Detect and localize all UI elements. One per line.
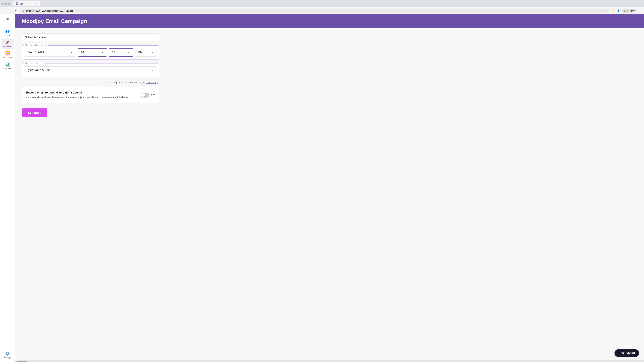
timezone-hint: You can change your local time zone in y… xyxy=(22,81,159,84)
tab-close-button[interactable]: ✕ xyxy=(35,2,38,5)
date-time-container: Choose a date and time Dec 13, 2023 ▼ 04… xyxy=(22,45,159,59)
resend-text: Resend email to people who don't open it… xyxy=(26,91,138,99)
user-settings-link[interactable]: user settings xyxy=(146,81,158,84)
sidebar-item-label-campaigns: Campaigns xyxy=(2,45,12,47)
schedule-button[interactable]: Schedule xyxy=(22,108,47,117)
sidebar-item-people[interactable]: 👥 People xyxy=(1,27,14,38)
app-container: 👥 People 📣 Campaigns 🔀 Workflows 📊 Analy… xyxy=(0,14,644,362)
window-maximize[interactable] xyxy=(8,3,10,5)
sidebar-item-settings[interactable]: ⚙️ Settings xyxy=(1,350,14,360)
date-value: Dec 13, 2023 xyxy=(28,51,70,54)
page-title: Moodjoy Email Campaign xyxy=(22,18,87,24)
toggle-container[interactable]: OFF xyxy=(141,93,155,97)
browser-tab-drip[interactable]: Drip ✕ xyxy=(13,1,40,6)
timezone-hint-text: You can change your local time zone in y… xyxy=(102,81,145,84)
settings-icon: ⚙️ xyxy=(5,352,10,356)
lock-icon: 🔒 xyxy=(22,9,25,12)
content-area: Moodjoy Email Campaign Schedule for late… xyxy=(15,14,644,362)
sidebar-item-label-workflows: Workflows xyxy=(3,56,12,58)
window-minimize[interactable] xyxy=(5,3,7,5)
toggle-track[interactable] xyxy=(141,93,150,97)
timezone-hint-suffix: . xyxy=(159,81,159,84)
workflows-icon: 🔀 xyxy=(5,51,10,56)
sidebar-item-analytics[interactable]: 📊 Analytics xyxy=(1,61,14,71)
browser-titlebar: Drip ✕ + xyxy=(0,0,644,7)
schedule-dropdown-value: Schedule for later xyxy=(25,36,154,39)
tab-bar: Drip ✕ + xyxy=(12,1,47,6)
incognito-icon: 🕵️ xyxy=(624,9,626,12)
menu-button[interactable]: ⋮ xyxy=(638,8,642,13)
forward-button[interactable]: → xyxy=(8,8,12,13)
sidebar-item-label-people: People xyxy=(4,34,10,36)
analytics-icon: 📊 xyxy=(5,62,10,67)
minute-field[interactable]: 51 ▼ xyxy=(109,48,133,57)
page-header: Moodjoy Email Campaign xyxy=(15,14,644,28)
hour-value: 04 xyxy=(81,51,101,54)
url-text: getdrip.com/7641396/broadcasts/318674615… xyxy=(26,9,604,12)
timezone-container: Choose a time zone (GMT+00:00) UTC ▼ xyxy=(22,63,159,77)
sidebar-item-workflows[interactable]: 🔀 Workflows xyxy=(1,50,14,60)
minute-dropdown-arrow: ▼ xyxy=(128,51,130,54)
ampm-field[interactable]: PM ▼ xyxy=(135,48,156,57)
tab-title: Drip xyxy=(20,2,24,5)
address-bar[interactable]: 🔒 getdrip.com/7641396/broadcasts/3186746… xyxy=(20,8,609,13)
resend-desc: Automatically send a duplicate email wit… xyxy=(26,96,138,99)
campaigns-icon: 📣 xyxy=(5,40,10,44)
window-controls xyxy=(2,3,10,5)
toggle-label: OFF xyxy=(151,94,155,96)
sidebar-item-campaigns[interactable]: 📣 Campaigns xyxy=(1,38,14,49)
timezone-label: Choose a time zone xyxy=(24,62,44,64)
date-time-label: Choose a date and time xyxy=(24,44,48,46)
svg-point-1 xyxy=(16,3,17,4)
browser-toolbar: ← → ↻ 🔒 getdrip.com/7641396/broadcasts/3… xyxy=(0,7,644,14)
sidebar-item-label-settings: Settings xyxy=(4,357,11,359)
resend-card: Resend email to people who don't open it… xyxy=(22,87,159,103)
svg-point-5 xyxy=(8,18,8,18)
browser-chrome: Drip ✕ + ← → ↻ 🔒 getdrip.com/7641396/bro… xyxy=(0,0,644,14)
minute-value: 51 xyxy=(112,51,128,54)
main-content: Schedule for later ▼ Choose a date and t… xyxy=(15,28,644,360)
new-tab-button[interactable]: + xyxy=(41,2,46,6)
ampm-dropdown-arrow: ▼ xyxy=(151,51,153,54)
toolbar-actions: ⚡ 👤 🕵️ Incognito ⋮ xyxy=(610,8,642,13)
sidebar-item-label-analytics: Analytics xyxy=(4,67,11,69)
date-dropdown-arrow: ▼ xyxy=(70,51,73,54)
incognito-badge: 🕵️ Incognito xyxy=(622,9,636,12)
incognito-label: Incognito xyxy=(627,9,635,12)
schedule-dropdown-arrow: ▼ xyxy=(154,36,156,39)
h-scrollbar-thumb xyxy=(17,361,27,362)
reload-button[interactable]: ↻ xyxy=(14,8,18,13)
form-section: Schedule for later ▼ Choose a date and t… xyxy=(22,33,159,117)
extension-icon[interactable]: ⚡ xyxy=(610,8,615,13)
hour-field[interactable]: 04 ▼ xyxy=(78,48,107,57)
ampm-value: PM xyxy=(138,51,151,54)
profile-icon[interactable]: 👤 xyxy=(616,8,621,13)
bookmark-icon: ☆ xyxy=(605,9,607,12)
toggle-thumb xyxy=(141,93,145,97)
timezone-dropdown-arrow: ▼ xyxy=(151,69,153,72)
date-field[interactable]: Dec 13, 2023 ▼ xyxy=(25,48,76,57)
horizontal-scrollbar[interactable] xyxy=(15,360,644,362)
timezone-field[interactable]: (GMT+00:00) UTC ▼ xyxy=(25,66,156,74)
svg-point-4 xyxy=(6,18,7,18)
sidebar-logo[interactable] xyxy=(3,16,12,24)
window-close[interactable] xyxy=(2,3,4,5)
sidebar: 👥 People 📣 Campaigns 🔀 Workflows 📊 Analy… xyxy=(0,14,15,362)
date-time-row: Dec 13, 2023 ▼ 04 ▼ 51 ▼ PM xyxy=(25,48,156,57)
timezone-value: (GMT+00:00) UTC xyxy=(28,69,151,72)
back-button[interactable]: ← xyxy=(2,8,6,13)
resend-title: Resend email to people who don't open it xyxy=(26,91,138,94)
schedule-dropdown[interactable]: Schedule for later ▼ xyxy=(22,33,159,41)
drip-support-button[interactable]: Drip Support xyxy=(614,349,639,357)
people-icon: 👥 xyxy=(5,29,10,33)
timezone-section: Choose a time zone (GMT+00:00) UTC ▼ You… xyxy=(22,63,159,84)
svg-point-3 xyxy=(6,17,8,19)
tab-favicon xyxy=(16,2,18,5)
hour-dropdown-arrow: ▼ xyxy=(101,51,104,54)
